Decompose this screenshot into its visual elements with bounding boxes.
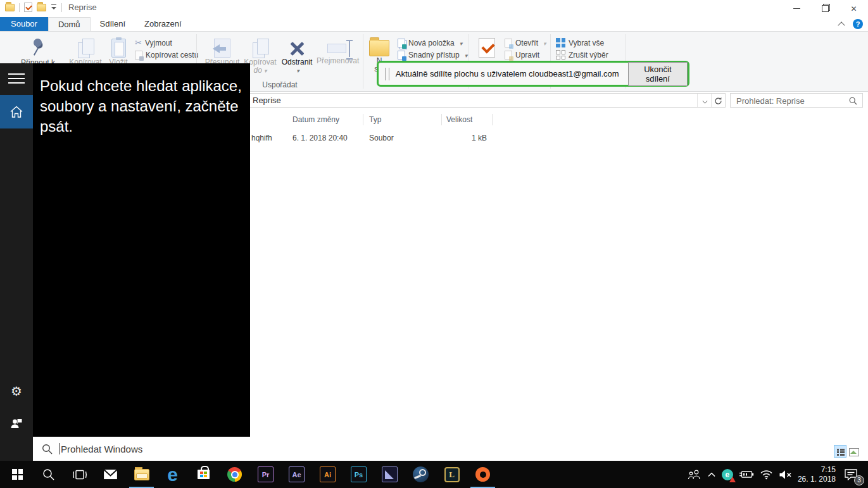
people-tray-icon[interactable] (688, 469, 701, 480)
column-header-size[interactable]: Velikost (446, 115, 472, 124)
home-button[interactable] (0, 95, 33, 128)
search-placeholder: Prohledat: Reprise (736, 96, 805, 106)
easy-access-button[interactable]: Snadný přístup (398, 49, 467, 61)
address-dropdown-icon[interactable] (702, 99, 708, 103)
banner-drag-handle-icon[interactable] (385, 68, 389, 80)
mail-app-button[interactable] (95, 461, 126, 488)
easy-access-icon (398, 51, 405, 59)
clock-time: 7:15 (798, 465, 836, 475)
show-hidden-icons-chevron[interactable] (707, 472, 716, 477)
task-view-button[interactable] (64, 461, 95, 488)
properties-button[interactable] (471, 35, 503, 58)
chrome-button[interactable] (219, 461, 250, 488)
search-box[interactable]: Prohledat: Reprise (730, 93, 863, 108)
start-search-panel: ⚙ Pokud chcete hledat aplikace, soubory … (0, 63, 250, 461)
open-button[interactable]: Otevřít (505, 37, 546, 49)
title-bar[interactable]: Reprise (0, 0, 868, 17)
edit-button[interactable]: Upravit (505, 49, 546, 61)
taskbar-search-button[interactable] (33, 461, 64, 488)
customize-toolbar-caret-icon[interactable] (51, 4, 57, 11)
file-explorer-button[interactable] (126, 461, 157, 488)
steam-icon (413, 466, 429, 482)
copy-button[interactable]: Kopírovat (67, 35, 104, 66)
eset-antivirus-icon[interactable]: e (722, 469, 733, 480)
premiere-icon: Pr (258, 466, 274, 482)
windows-search-field[interactable]: Prohledat Windows (33, 437, 250, 461)
tab-domu[interactable]: Domů (48, 17, 91, 31)
column-header-date[interactable]: Datum změny (292, 115, 339, 124)
window-folder-icon (5, 4, 15, 11)
column-header-type[interactable]: Typ (369, 115, 381, 124)
action-center-button[interactable]: 3 (844, 468, 864, 480)
search-icon[interactable] (849, 97, 857, 105)
pin-to-quick-access-button[interactable]: Připnout k (11, 35, 65, 67)
feedback-person-icon[interactable] (0, 413, 33, 432)
help-button[interactable]: ? (853, 19, 863, 29)
after-effects-button[interactable]: Ae (281, 461, 312, 488)
new-item-button[interactable]: Nová položka (398, 37, 467, 49)
search-icon (42, 444, 53, 454)
settings-gear-icon[interactable]: ⚙ (0, 382, 33, 401)
task-view-icon (72, 469, 87, 480)
column-separator[interactable] (492, 114, 493, 125)
taskbar-clock[interactable]: 7:15 26. 1. 2018 (798, 465, 838, 484)
origin-button[interactable] (467, 461, 498, 488)
pushpin-icon (30, 37, 46, 58)
photoshop-button[interactable]: Ps (343, 461, 374, 488)
breadcrumb-path[interactable]: Reprise (253, 96, 281, 105)
league-of-legends-button[interactable]: L (436, 461, 467, 488)
properties-quick-icon[interactable] (24, 3, 32, 12)
illustrator-button[interactable]: Ai (312, 461, 343, 488)
file-name[interactable]: hqhifh (251, 134, 272, 142)
clear-selection-icon (556, 50, 565, 59)
restore-button[interactable] (811, 0, 840, 17)
delete-button[interactable]: Odstranit (279, 35, 315, 75)
search-icon (42, 468, 54, 480)
window-controls (783, 0, 868, 17)
new-folder-quick-icon[interactable] (37, 4, 46, 11)
video-editor-icon (382, 466, 398, 482)
column-separator[interactable] (441, 114, 442, 125)
tab-zobrazeni[interactable]: Zobrazení (135, 17, 191, 31)
wifi-icon[interactable] (760, 470, 773, 480)
file-size: 1 kB (443, 134, 487, 142)
clear-selection-button[interactable]: Zrušit výběr (556, 49, 608, 61)
rename-button[interactable]: Přejmenovat (317, 35, 357, 65)
select-all-button[interactable]: Vybrat vše (556, 37, 608, 49)
tab-soubor[interactable]: Soubor (0, 17, 48, 31)
start-button[interactable] (2, 461, 33, 488)
cut-button[interactable]: ✂ Vyjmout (135, 37, 198, 49)
edit-icon (505, 51, 512, 59)
steam-button[interactable] (405, 461, 436, 488)
hamburger-menu-icon[interactable] (8, 73, 25, 85)
refresh-icon[interactable] (714, 97, 722, 107)
file-date-modified: 6. 1. 2018 20:40 (292, 134, 348, 142)
clipboard-icon (111, 39, 126, 58)
separator (61, 3, 62, 12)
microsoft-store-button[interactable] (188, 461, 219, 488)
mail-icon (103, 469, 118, 480)
stop-sharing-button[interactable]: Ukončit sdílení (628, 62, 688, 86)
minimize-button[interactable] (783, 0, 811, 17)
minimize-ribbon-icon[interactable] (838, 22, 845, 27)
copy-path-button[interactable]: Kopírovat cestu (135, 49, 198, 61)
desktop-screen: Reprise Soubor Domů Sdílení Zobrazení ? … (0, 0, 868, 488)
battery-icon[interactable] (739, 470, 754, 479)
details-view-button[interactable] (834, 445, 846, 458)
edge-browser-button[interactable]: e (157, 461, 188, 488)
close-button[interactable] (840, 0, 868, 17)
after-effects-icon: Ae (289, 466, 305, 482)
column-separator[interactable] (363, 114, 363, 125)
premiere-pro-button[interactable]: Pr (250, 461, 281, 488)
edge-icon: e (167, 465, 178, 484)
video-editor-button[interactable] (374, 461, 405, 488)
window-title: Reprise (68, 3, 97, 12)
text-cursor (59, 443, 60, 454)
paste-button[interactable]: Vložit (104, 35, 133, 66)
tab-sdileni[interactable]: Sdílení (91, 17, 135, 31)
windows-logo-icon (12, 469, 23, 480)
search-hint-text: Pokud chcete hledat aplikace, soubory a … (40, 76, 244, 137)
volume-muted-icon[interactable] (779, 470, 792, 480)
copy-path-icon (135, 51, 142, 59)
thumbnail-view-button[interactable] (846, 445, 859, 458)
